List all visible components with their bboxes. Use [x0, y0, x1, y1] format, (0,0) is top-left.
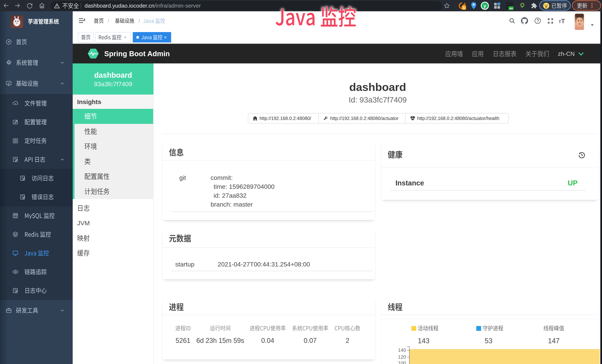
svg-text:y: y	[484, 3, 486, 8]
svg-text:on: on	[509, 7, 513, 10]
svg-text:1: 1	[463, 6, 465, 10]
